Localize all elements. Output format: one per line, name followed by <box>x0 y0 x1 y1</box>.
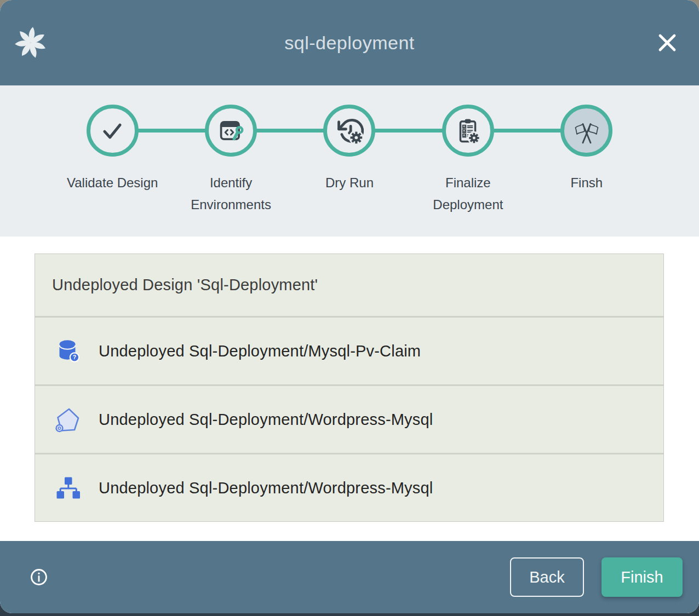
clipboard-gear-icon-slot <box>454 117 482 145</box>
stepper-step: Dry Run <box>290 85 409 237</box>
history-gear-icon-slot <box>335 117 364 145</box>
deployment-status-panel: Undeployed Design 'Sql-Deployment' ? Und… <box>35 254 664 522</box>
wizard-stepper: Validate Design Identify Environments Dr <box>0 85 699 237</box>
close-button[interactable] <box>653 28 681 57</box>
step-circle <box>560 105 612 157</box>
code-window-wrench-icon <box>217 117 245 145</box>
stepper-steps: Validate Design Identify Environments Dr <box>53 85 646 237</box>
step-circle <box>323 105 375 157</box>
checkered-flags-icon <box>572 117 601 145</box>
dialog-header: sql-deployment <box>0 0 699 85</box>
step-circle <box>205 105 257 157</box>
info-button[interactable] <box>28 567 49 588</box>
stepper-step: Identify Environments <box>171 85 290 237</box>
step-circle <box>442 105 494 157</box>
step-label: Finalize Deployment <box>409 172 526 216</box>
checkered-flags-icon-slot <box>572 117 601 145</box>
sitemap-icon <box>54 475 81 501</box>
step-label: Identify Environments <box>173 172 290 216</box>
undeployed-item-text: Undeployed Sql-Deployment/Mysql-Pv-Claim <box>99 342 421 360</box>
history-gear-icon <box>335 117 364 145</box>
pentagon-icon-slot <box>54 406 81 433</box>
panel-header-text: Undeployed Design 'Sql-Deployment' <box>52 276 318 294</box>
database-icon-slot: ? <box>54 338 81 364</box>
step-circle <box>87 105 139 157</box>
clipboard-gear-icon <box>454 117 482 145</box>
dialog-footer: Back Finish <box>0 541 699 613</box>
check-icon <box>98 117 127 145</box>
stepper-step: Validate Design <box>53 85 171 237</box>
dialog-title: sql-deployment <box>284 32 415 54</box>
stepper-step: Finsh <box>528 85 646 237</box>
undeployed-item-text: Undeployed Sql-Deployment/Wordpress-Mysq… <box>99 479 433 497</box>
back-button[interactable]: Back <box>510 557 584 597</box>
pinwheel-logo-icon <box>13 25 48 60</box>
step-label: Finsh <box>570 172 603 194</box>
step-label: Validate Design <box>67 172 158 194</box>
database-icon: ? <box>54 338 81 364</box>
panel-header-row: Undeployed Design 'Sql-Deployment' <box>35 254 663 316</box>
info-icon <box>28 567 49 588</box>
undeployed-item-row: ? Undeployed Sql-Deployment/Mysql-Pv-Cla… <box>35 316 663 384</box>
step-label: Dry Run <box>325 172 374 194</box>
finish-button[interactable]: Finish <box>601 557 683 597</box>
svg-text:?: ? <box>73 354 76 360</box>
panel-items: ? Undeployed Sql-Deployment/Mysql-Pv-Cla… <box>35 316 663 521</box>
code-window-wrench-icon-slot <box>217 117 245 145</box>
close-icon <box>653 28 681 57</box>
undeployed-item-row: Undeployed Sql-Deployment/Wordpress-Mysq… <box>35 453 663 521</box>
stepper-step: Finalize Deployment <box>409 85 527 237</box>
undeployed-item-row: Undeployed Sql-Deployment/Wordpress-Mysq… <box>35 384 663 453</box>
dialog-content: Undeployed Design 'Sql-Deployment' ? Und… <box>0 237 699 541</box>
undeployed-item-text: Undeployed Sql-Deployment/Wordpress-Mysq… <box>99 411 433 429</box>
sql-deployment-dialog: sql-deployment Validate Design Identify … <box>0 0 699 613</box>
sitemap-icon-slot <box>54 475 81 501</box>
check-icon-slot <box>98 117 127 145</box>
pentagon-icon <box>54 406 81 433</box>
